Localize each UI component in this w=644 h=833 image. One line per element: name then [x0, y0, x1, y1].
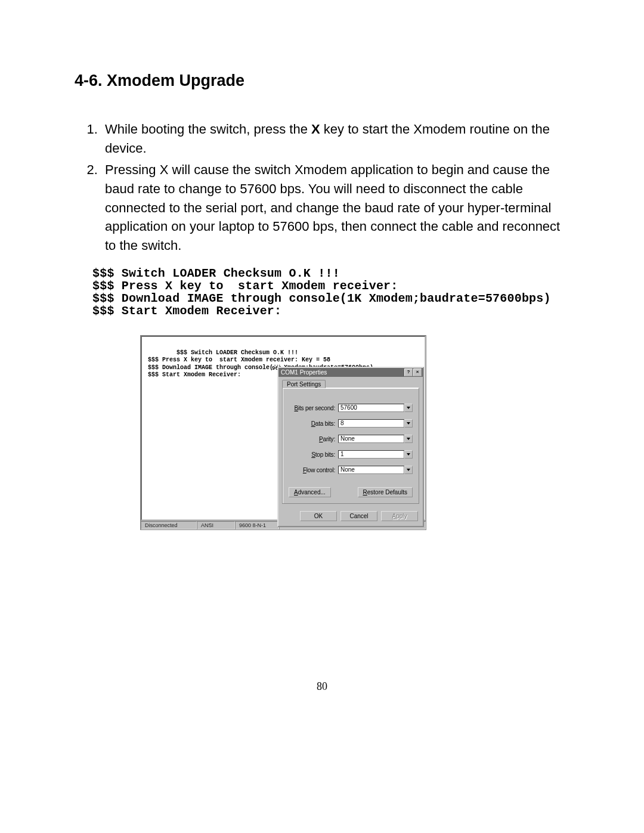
svg-marker-3 [407, 453, 410, 456]
combo-stopbits[interactable]: 1 [338, 450, 413, 459]
cancel-button[interactable]: Cancel [340, 511, 377, 521]
tab-port-settings[interactable]: Port Settings [282, 380, 326, 388]
ok-button[interactable]: OK [300, 511, 337, 521]
field-parity: Parity: None [289, 435, 413, 443]
instruction-1-pre: While booting the switch, press the [105, 122, 311, 137]
field-bits-per-second: Bits per second: 57600 [289, 404, 413, 412]
chevron-down-icon[interactable] [404, 435, 413, 443]
advanced-row: Advanced... Restore Defaults [289, 487, 413, 497]
label-bps: Bits per second: [289, 405, 338, 411]
chevron-down-icon[interactable] [404, 466, 413, 474]
combo-parity-value[interactable]: None [338, 435, 404, 443]
combo-flow-value[interactable]: None [338, 466, 404, 474]
label-parity: Parity: [289, 436, 338, 442]
svg-marker-4 [407, 469, 410, 471]
svg-marker-0 [407, 407, 410, 409]
status-emulation: ANSI [197, 521, 235, 529]
label-databits: Data bits: [289, 420, 338, 427]
dialog-tabstrip: Port Settings [278, 377, 423, 388]
combo-flow[interactable]: None [338, 466, 413, 474]
section-heading: 4-6. Xmodem Upgrade [75, 72, 572, 90]
close-button[interactable]: × [413, 368, 422, 376]
document-page: 4-6. Xmodem Upgrade While booting the sw… [0, 0, 644, 833]
field-stop-bits: Stop bits: 1 [289, 450, 413, 459]
instruction-1-key: X [311, 122, 320, 137]
com1-properties-dialog: COM1 Properties ? × Port Settings Bits p… [277, 367, 424, 527]
label-stopbits: Stop bits: [289, 451, 338, 458]
combo-databits-value[interactable]: 8 [338, 419, 404, 428]
chevron-down-icon[interactable] [404, 404, 413, 412]
svg-marker-1 [407, 422, 410, 425]
combo-stopbits-value[interactable]: 1 [338, 450, 404, 459]
combo-databits[interactable]: 8 [338, 419, 413, 428]
combo-bps[interactable]: 57600 [338, 404, 413, 412]
status-connection: Disconnected [141, 521, 197, 529]
svg-marker-2 [407, 438, 410, 440]
dialog-titlebar[interactable]: COM1 Properties ? × [278, 368, 423, 377]
dialog-button-row: OK Cancel Apply [278, 507, 423, 526]
apply-button[interactable]: Apply [381, 511, 418, 521]
field-data-bits: Data bits: 8 [289, 419, 413, 428]
port-settings-panel: Bits per second: 57600 Data bits: 8 Pari… [282, 388, 419, 504]
instruction-list: While booting the switch, press the X ke… [75, 120, 572, 255]
status-config: 9600 8-N-1 [235, 521, 279, 529]
instruction-item-2: Pressing X will cause the switch Xmodem … [101, 160, 572, 255]
help-button[interactable]: ? [404, 368, 413, 376]
dialog-title-text: COM1 Properties [281, 369, 404, 376]
instruction-item-1: While booting the switch, press the X ke… [101, 120, 572, 158]
combo-parity[interactable]: None [338, 435, 413, 443]
field-flow-control: Flow control: None [289, 466, 413, 474]
page-number: 80 [0, 680, 644, 693]
restore-defaults-button[interactable]: Restore Defaults [358, 487, 413, 497]
combo-bps-value[interactable]: 57600 [338, 404, 404, 412]
chevron-down-icon[interactable] [404, 450, 413, 459]
embedded-screenshot: $$$ Switch LOADER Checksum O.K !!! $$$ P… [140, 335, 426, 530]
console-output-block: $$$ Switch LOADER Checksum O.K !!! $$$ P… [92, 267, 572, 317]
chevron-down-icon[interactable] [404, 419, 413, 428]
label-flow: Flow control: [289, 467, 338, 473]
advanced-button[interactable]: Advanced... [289, 487, 331, 497]
